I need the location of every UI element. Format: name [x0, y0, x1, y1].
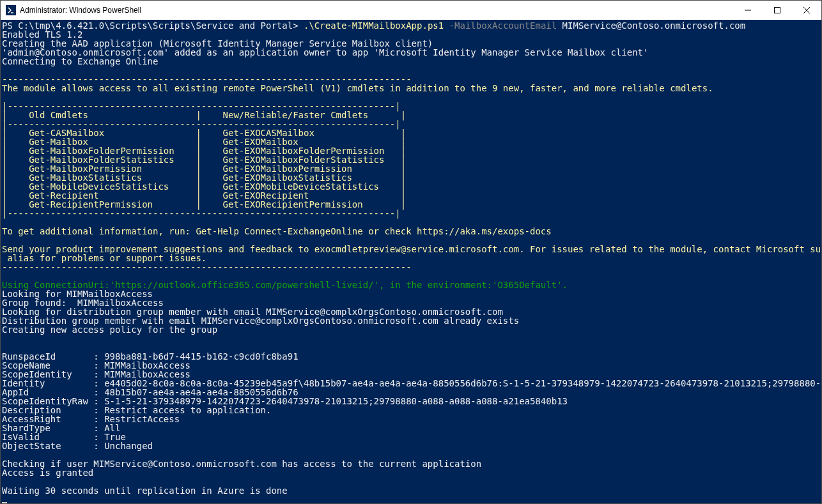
prompt-param: -MailboxAccountEmail — [449, 20, 562, 31]
terminal-output[interactable]: PS C:\tmp\4.6.421.0\Scripts\Scripts\Serv… — [1, 20, 821, 503]
output-line: Waiting 30 seconds until replication in … — [2, 485, 288, 496]
cursor — [2, 502, 7, 503]
window-title: Administrator: Windows PowerShell — [20, 6, 141, 15]
output-line: Access is granted — [2, 468, 93, 478]
svg-rect-2 — [775, 7, 780, 13]
output-line: Connecting to Exchange Online — [2, 56, 158, 66]
powershell-window: Administrator: Windows PowerShell PS C:\… — [0, 0, 822, 504]
minimize-button[interactable] — [733, 1, 763, 20]
module-message: The module allows access to all existing… — [2, 83, 713, 93]
separator: ----------------------------------------… — [2, 262, 412, 272]
close-button[interactable] — [792, 1, 821, 20]
prompt-command: .\Create-MIMMailboxApp.ps1 — [304, 20, 449, 31]
info-line: To get additional information, run: Get-… — [2, 226, 552, 236]
table-border: |---------------------------------------… — [2, 208, 401, 218]
property-line: ObjectState : Unchanged — [2, 441, 153, 451]
maximize-button[interactable] — [763, 1, 792, 20]
prompt-value: MIMService@Contoso.onmicrosoft.com — [562, 20, 746, 31]
window-controls — [733, 1, 821, 20]
powershell-icon — [6, 5, 16, 15]
info-line: Send your product improvement suggestion… — [2, 244, 821, 263]
titlebar[interactable]: Administrator: Windows PowerShell — [1, 1, 821, 20]
output-line: Creating new access policy for the group — [2, 325, 217, 335]
